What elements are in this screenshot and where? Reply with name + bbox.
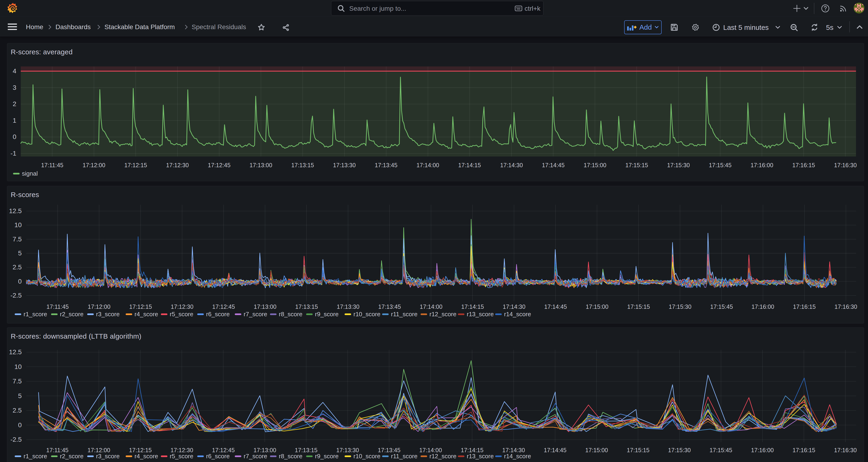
svg-text:17:16:00: 17:16:00 bbox=[750, 162, 773, 168]
svg-text:17:15:30: 17:15:30 bbox=[668, 447, 690, 453]
svg-text:17:16:15: 17:16:15 bbox=[793, 447, 815, 453]
svg-text:-2.5: -2.5 bbox=[10, 436, 22, 443]
svg-text:4: 4 bbox=[12, 67, 16, 74]
svg-text:17:16:30: 17:16:30 bbox=[834, 303, 857, 310]
svg-text:17:15:00: 17:15:00 bbox=[585, 447, 608, 453]
svg-text:17:15:30: 17:15:30 bbox=[669, 303, 691, 310]
svg-text:0: 0 bbox=[12, 133, 16, 141]
svg-text:17:12:15: 17:12:15 bbox=[124, 162, 147, 168]
svg-text:2.5: 2.5 bbox=[12, 407, 22, 414]
svg-text:17:16:15: 17:16:15 bbox=[792, 162, 815, 168]
svg-text:17:13:30: 17:13:30 bbox=[337, 303, 359, 310]
svg-text:1: 1 bbox=[12, 117, 16, 124]
svg-text:17:13:15: 17:13:15 bbox=[291, 162, 314, 168]
svg-text:2.5: 2.5 bbox=[12, 264, 22, 271]
svg-text:17:12:45: 17:12:45 bbox=[208, 162, 230, 168]
svg-text:17:14:45: 17:14:45 bbox=[544, 447, 566, 453]
svg-text:17:16:30: 17:16:30 bbox=[834, 162, 857, 168]
svg-text:17:15:15: 17:15:15 bbox=[627, 447, 649, 453]
svg-text:17:14:30: 17:14:30 bbox=[500, 162, 523, 168]
svg-text:0: 0 bbox=[18, 422, 22, 429]
svg-text:7.5: 7.5 bbox=[12, 236, 22, 243]
svg-text:5: 5 bbox=[18, 392, 22, 400]
svg-text:17:15:15: 17:15:15 bbox=[627, 303, 650, 310]
svg-text:-2.5: -2.5 bbox=[10, 292, 22, 299]
svg-text:10: 10 bbox=[14, 221, 22, 228]
svg-text:3: 3 bbox=[12, 84, 16, 91]
svg-text:5: 5 bbox=[18, 250, 22, 257]
svg-text:17:12:00: 17:12:00 bbox=[83, 162, 105, 168]
svg-text:17:13:00: 17:13:00 bbox=[249, 162, 272, 168]
svg-text:7.5: 7.5 bbox=[12, 377, 22, 385]
svg-text:17:15:00: 17:15:00 bbox=[584, 162, 606, 168]
svg-text:17:16:30: 17:16:30 bbox=[834, 447, 857, 453]
svg-text:17:15:15: 17:15:15 bbox=[625, 162, 648, 168]
svg-text:17:14:00: 17:14:00 bbox=[420, 303, 442, 310]
svg-text:17:14:45: 17:14:45 bbox=[542, 162, 564, 168]
svg-text:17:12:30: 17:12:30 bbox=[166, 162, 189, 168]
svg-text:17:13:00: 17:13:00 bbox=[254, 303, 276, 310]
svg-text:17:15:45: 17:15:45 bbox=[709, 162, 732, 168]
svg-text:17:13:30: 17:13:30 bbox=[333, 162, 355, 168]
svg-text:-1: -1 bbox=[10, 150, 16, 157]
svg-text:17:14:30: 17:14:30 bbox=[503, 303, 525, 310]
svg-text:17:15:45: 17:15:45 bbox=[710, 303, 733, 310]
svg-text:17:12:45: 17:12:45 bbox=[212, 303, 235, 310]
svg-text:17:16:00: 17:16:00 bbox=[751, 447, 774, 453]
svg-text:17:13:45: 17:13:45 bbox=[375, 162, 397, 168]
svg-text:17:14:15: 17:14:15 bbox=[458, 162, 481, 168]
svg-text:17:11:45: 17:11:45 bbox=[46, 303, 68, 310]
svg-text:17:12:00: 17:12:00 bbox=[88, 303, 110, 310]
svg-text:17:16:00: 17:16:00 bbox=[751, 303, 774, 310]
svg-text:17:14:00: 17:14:00 bbox=[416, 162, 439, 168]
svg-text:2: 2 bbox=[12, 100, 16, 107]
svg-text:17:11:45: 17:11:45 bbox=[41, 162, 63, 168]
svg-text:10: 10 bbox=[14, 363, 22, 370]
svg-text:0: 0 bbox=[18, 278, 22, 285]
svg-text:17:15:45: 17:15:45 bbox=[709, 447, 732, 453]
svg-text:12.5: 12.5 bbox=[9, 348, 22, 356]
svg-text:12.5: 12.5 bbox=[9, 207, 22, 215]
svg-text:17:14:15: 17:14:15 bbox=[461, 303, 484, 310]
svg-text:17:12:15: 17:12:15 bbox=[129, 303, 152, 310]
svg-text:17:16:15: 17:16:15 bbox=[793, 303, 815, 310]
svg-text:17:13:15: 17:13:15 bbox=[295, 303, 318, 310]
svg-text:17:14:45: 17:14:45 bbox=[544, 303, 567, 310]
svg-text:17:13:45: 17:13:45 bbox=[378, 303, 401, 310]
svg-text:17:12:30: 17:12:30 bbox=[170, 303, 193, 310]
svg-text:17:15:00: 17:15:00 bbox=[586, 303, 608, 310]
svg-text:17:15:30: 17:15:30 bbox=[667, 162, 690, 168]
